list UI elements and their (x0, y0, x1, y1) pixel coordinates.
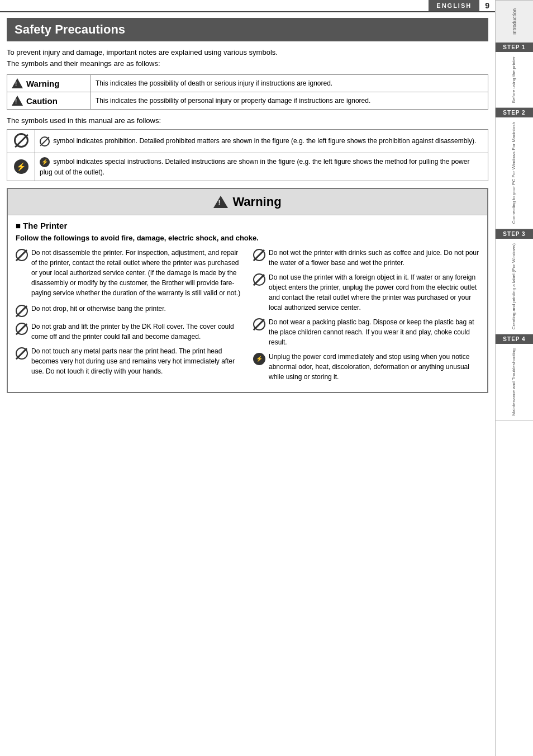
intro-text: To prevent injury and damage, important … (7, 47, 488, 69)
warning-label-cell: ! Warning (7, 75, 91, 92)
sidebar-container: Introduction STEP 1 Before using the pri… (496, 0, 533, 420)
prohibition-description: symbol indicates prohibition. Detailed p… (35, 130, 488, 153)
warning-item-8: ⚡ Unplug the power cord immediately and … (253, 352, 479, 382)
language-label: ENGLISH (429, 0, 479, 11)
prohibition-symbol-icon (14, 133, 28, 148)
warning-item-4: Do not touch any metal parts near the pr… (16, 346, 242, 376)
special-description: ⚡ symbol indicates special instructions.… (35, 153, 488, 181)
prohibition-icon-5 (253, 249, 265, 261)
prohibition-icon-7 (253, 318, 265, 330)
sidebar-step3-sub: Creating and printing a label (For Windo… (509, 239, 519, 334)
content-area: Safety Precautions To prevent injury and… (0, 12, 495, 399)
special-icon-small: ⚡ (40, 157, 50, 167)
sidebar-step-4-block: STEP 4 Maintenance and Troubleshooting (496, 334, 533, 421)
prohibition-icon-small (40, 136, 50, 147)
warning-right-column: Do not wet the printer with drinks such … (253, 248, 479, 386)
special-symbol-row: ⚡ ⚡ symbol indicates special instruction… (7, 153, 488, 181)
caution-description: This indicates the possibility of person… (91, 92, 488, 110)
warning-item-4-text: Do not touch any metal parts near the pr… (31, 346, 242, 376)
warning-item-2-text: Do not drop, hit or otherwise bang the p… (31, 304, 166, 314)
symbols-section-title: The symbols used in this manual are as f… (7, 116, 488, 125)
warning-subtitle: ■ The Printer (16, 221, 479, 230)
sidebar-step-3-block: STEP 3 Creating and printing a label (Fo… (496, 229, 533, 334)
warning-description: This indicates the possibility of death … (91, 75, 488, 92)
special-icon-item: ⚡ (253, 353, 265, 365)
sidebar-step3-title: STEP 3 (496, 229, 533, 239)
special-icon-cell: ⚡ (7, 153, 35, 181)
page-number: 9 (479, 1, 495, 10)
prohibition-icon-1 (16, 249, 28, 261)
warning-header-triangle-icon: ! (213, 196, 228, 208)
caution-row: ! Caution This indicates the possibility… (7, 92, 488, 110)
intro-line1: To prevent injury and damage, important … (7, 48, 278, 56)
page-title-box: Safety Precautions (7, 18, 488, 41)
sidebar-intro: Introduction (496, 0, 533, 42)
caution-label-cell: ! Caution (7, 92, 91, 110)
warning-item-6-text: Do not use the printer with a foreign ob… (269, 272, 479, 313)
prohibition-icon-4 (16, 347, 28, 360)
sidebar-intro-label: Introduction (512, 8, 517, 35)
special-symbol-desc: symbol indicates special instructions. D… (40, 158, 469, 176)
warning-item-3: Do not grab and lift the printer by the … (16, 322, 242, 342)
sidebar-step-2-block: STEP 2 Connecting to your PC For Windows… (496, 108, 533, 229)
caution-label: Caution (26, 96, 58, 106)
page-title: Safety Precautions (15, 22, 480, 37)
sidebar-step2-title: STEP 2 (496, 108, 533, 117)
warning-triangle-icon: ! (12, 78, 23, 88)
prohibition-icon-6 (253, 273, 265, 286)
warning-left-column: Do not disassemble the printer. For insp… (16, 248, 242, 386)
sidebar-step4-title: STEP 4 (496, 334, 533, 344)
sidebar-step4-sub: Maintenance and Troubleshooting (509, 344, 519, 420)
special-symbol-icon: ⚡ (14, 159, 28, 174)
sidebar-step2-sub: Connecting to your PC For Windows For Ma… (509, 117, 519, 228)
main-content: ENGLISH 9 Safety Precautions To prevent … (0, 0, 495, 756)
warning-follow-text: Follow the followings to avoid fire, dam… (16, 234, 479, 242)
prohibition-icon-3 (16, 323, 28, 335)
warning-label: Warning (26, 79, 59, 88)
warning-section-header: ! Warning (8, 189, 487, 215)
warning-item-5-text: Do not wet the printer with drinks such … (269, 248, 479, 268)
sidebar-step1-title: STEP 1 (496, 42, 533, 52)
prohibition-icon-cell (7, 130, 35, 153)
prohibition-symbol-desc: symbol indicates prohibition. Detailed p… (53, 137, 476, 145)
warning-item-3-text: Do not grab and lift the printer by the … (31, 322, 242, 342)
prohibition-icon-2 (16, 305, 28, 317)
right-sidebar: Introduction STEP 1 Before using the pri… (495, 0, 533, 756)
sidebar-step-1-block: STEP 1 Before using the printer (496, 42, 533, 108)
warning-subtitle-text: The Printer (23, 221, 67, 230)
warning-item-8-text: Unplug the power cord immediately and st… (269, 352, 479, 382)
intro-line2: The symbols and their meanings are as fo… (7, 59, 160, 68)
warning-caution-table: ! Warning This indicates the possibility… (7, 74, 488, 110)
warning-section-title: Warning (232, 195, 281, 209)
warning-item-2: Do not drop, hit or otherwise bang the p… (16, 304, 242, 317)
warning-item-6: Do not use the printer with a foreign ob… (253, 272, 479, 313)
warning-item-5: Do not wet the printer with drinks such … (253, 248, 479, 268)
sidebar-step1-sub: Before using the printer (509, 52, 519, 107)
bullet-square-icon: ■ (16, 221, 21, 230)
warning-section-body: ■ The Printer Follow the followings to a… (8, 215, 487, 392)
warning-row: ! Warning This indicates the possibility… (7, 75, 488, 92)
caution-triangle-icon: ! (12, 96, 23, 106)
warning-item-7-text: Do not wear a packing plastic bag. Dispo… (269, 317, 479, 347)
warning-section: ! Warning ■ The Printer Follow the follo… (7, 188, 488, 393)
warning-item-7: Do not wear a packing plastic bag. Dispo… (253, 317, 479, 347)
symbols-grid: symbol indicates prohibition. Detailed p… (7, 129, 488, 181)
prohibition-symbol-row: symbol indicates prohibition. Detailed p… (7, 130, 488, 153)
warning-columns: Do not disassemble the printer. For insp… (16, 248, 479, 386)
warning-item-1: Do not disassemble the printer. For insp… (16, 248, 242, 298)
warning-item-1-text: Do not disassemble the printer. For insp… (31, 248, 242, 298)
